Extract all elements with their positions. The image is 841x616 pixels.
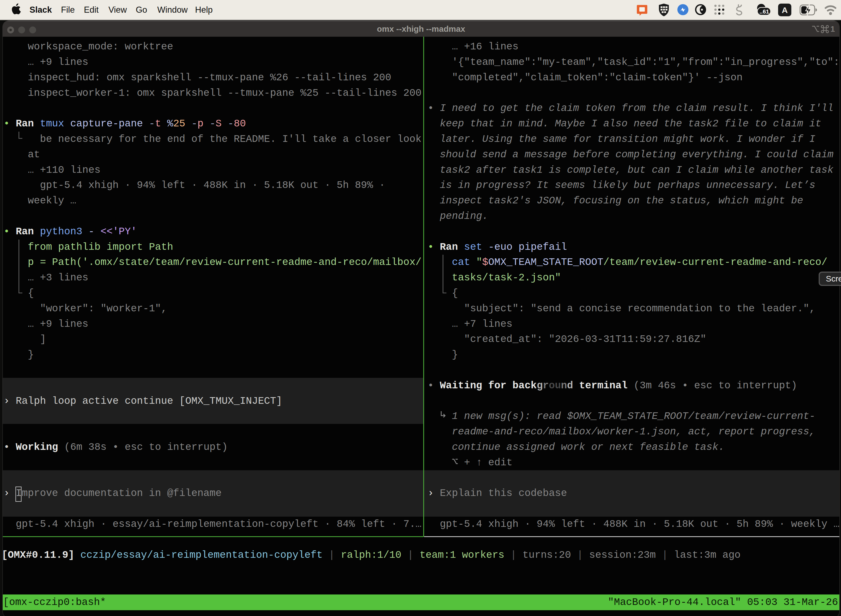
svg-text:..61: ..61 xyxy=(759,8,769,15)
svg-text:A: A xyxy=(782,6,788,15)
